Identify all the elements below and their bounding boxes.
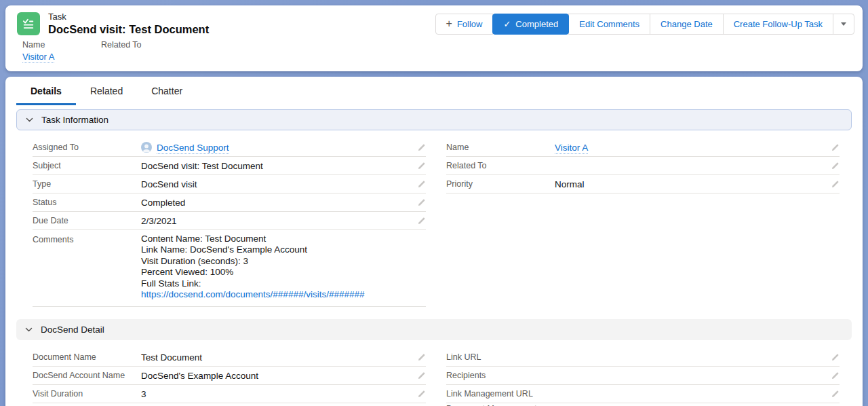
comment-line: Visit Duration (seconds): 3 bbox=[141, 256, 426, 267]
field-row: Assigned ToDocSend Support bbox=[33, 139, 426, 157]
field-value: DocSend's Example Account bbox=[141, 371, 412, 381]
section-header-docsend-detail[interactable]: DocSend Detail bbox=[16, 319, 852, 340]
section-header-task-information[interactable]: Task Information bbox=[16, 109, 852, 130]
highlights-fields: Name Visitor A Related To bbox=[5, 38, 863, 62]
field-label: Name bbox=[22, 40, 101, 50]
field-label: Assigned To bbox=[33, 143, 141, 152]
field-row: TypeDocSend visit bbox=[33, 175, 426, 193]
field-label: Visit Duration bbox=[33, 389, 141, 399]
field-value bbox=[555, 375, 825, 376]
field-row: DocSend Account NameDocSend's Example Ac… bbox=[33, 367, 426, 385]
avatar bbox=[141, 142, 152, 153]
field-label: Related To bbox=[101, 40, 180, 50]
comment-line: Full Stats Link: https://docsend.com/doc… bbox=[141, 278, 426, 301]
field-row: Recipients bbox=[446, 367, 840, 385]
edit-pencil-icon[interactable] bbox=[831, 390, 840, 399]
field-row: Visit Duration3 bbox=[33, 385, 426, 403]
field-row: SubjectDocSend visit: Test Document bbox=[33, 157, 426, 175]
section-title: Task Information bbox=[41, 115, 108, 125]
field-row: Due Date2/3/2021 bbox=[33, 212, 426, 230]
completed-button[interactable]: ✓ Completed bbox=[492, 14, 569, 35]
field-row: Document NameTest Document bbox=[33, 348, 426, 367]
tab-related[interactable]: Related bbox=[76, 78, 137, 105]
edit-pencil-icon[interactable] bbox=[831, 371, 840, 380]
field-label: Comments bbox=[33, 234, 141, 244]
edit-pencil-glyph bbox=[417, 162, 426, 170]
task-icon bbox=[17, 12, 40, 35]
field-label: Recipients bbox=[446, 371, 555, 380]
comment-line: Content Name: Test Document bbox=[141, 234, 426, 244]
field-value bbox=[555, 166, 825, 166]
field-value bbox=[555, 357, 825, 358]
task-icon-glyph bbox=[21, 16, 36, 31]
field-label: Document Name bbox=[33, 352, 141, 362]
edit-pencil-glyph bbox=[417, 390, 426, 399]
field-value: Completed bbox=[141, 198, 412, 208]
tab-chatter[interactable]: Chatter bbox=[137, 78, 197, 105]
edit-pencil-glyph bbox=[417, 198, 426, 207]
name-link[interactable]: Visitor A bbox=[22, 52, 54, 63]
field-label: Due Date bbox=[33, 216, 141, 225]
edit-pencil-icon[interactable] bbox=[417, 162, 426, 170]
follow-button[interactable]: + Follow bbox=[435, 14, 494, 35]
edit-pencil-icon[interactable] bbox=[417, 217, 426, 225]
record-header: Task DocSend visit: Test Document + Foll… bbox=[5, 5, 863, 38]
field-value: 3 bbox=[141, 389, 412, 399]
field-label: Subject bbox=[33, 161, 141, 170]
field-value: DocSend visit bbox=[141, 179, 412, 189]
highlights-name-field: Name Visitor A bbox=[22, 40, 101, 62]
field-value: Normal bbox=[555, 179, 825, 189]
edit-comments-button[interactable]: Edit Comments bbox=[568, 14, 650, 35]
edit-pencil-glyph bbox=[417, 353, 426, 362]
action-button-group: + Follow ✓ Completed Edit Comments Chang… bbox=[435, 14, 854, 35]
change-date-button[interactable]: Change Date bbox=[650, 14, 724, 35]
entity-label: Task bbox=[48, 12, 209, 22]
plus-icon: + bbox=[446, 18, 452, 29]
edit-pencil-glyph bbox=[831, 162, 840, 170]
edit-pencil-icon[interactable] bbox=[417, 180, 426, 189]
edit-pencil-icon[interactable] bbox=[417, 353, 426, 362]
field-label: Name bbox=[446, 143, 555, 152]
edit-pencil-glyph bbox=[831, 371, 840, 380]
create-follow-up-task-button[interactable]: Create Follow-Up Task bbox=[723, 14, 833, 35]
tab-bar: DetailsRelatedChatter bbox=[5, 77, 863, 105]
field-value: Test Document bbox=[141, 352, 412, 363]
edit-pencil-glyph bbox=[417, 143, 426, 152]
field-value: Visitor A bbox=[555, 143, 825, 153]
highlights-related-to-field: Related To bbox=[101, 40, 180, 62]
field-row: NameVisitor A bbox=[446, 139, 840, 157]
edit-pencil-glyph bbox=[417, 217, 426, 225]
edit-pencil-icon[interactable] bbox=[417, 371, 426, 380]
edit-pencil-icon[interactable] bbox=[831, 353, 840, 362]
edit-pencil-icon[interactable] bbox=[417, 390, 426, 399]
tab-details[interactable]: Details bbox=[16, 78, 76, 105]
edit-pencil-glyph bbox=[831, 143, 840, 152]
edit-pencil-icon[interactable] bbox=[417, 143, 426, 152]
full-stats-link[interactable]: https://docsend.com/documents/######/vis… bbox=[141, 289, 364, 299]
edit-pencil-glyph bbox=[831, 353, 840, 362]
field-row: StatusCompleted bbox=[33, 193, 426, 212]
field-label: Link Management URL bbox=[446, 389, 555, 399]
field-label: DocSend Account Name bbox=[33, 371, 141, 380]
chevron-down-icon bbox=[25, 115, 34, 124]
field-value: 2/3/2021 bbox=[141, 216, 412, 226]
edit-pencil-icon[interactable] bbox=[831, 162, 840, 170]
edit-pencil-glyph bbox=[417, 180, 426, 189]
highlights-panel: Task DocSend visit: Test Document + Foll… bbox=[5, 5, 863, 71]
edit-pencil-icon[interactable] bbox=[831, 180, 840, 189]
field-row: Link URL bbox=[446, 348, 840, 367]
task-information-fields: Assigned ToDocSend SupportSubjectDocSend… bbox=[5, 139, 863, 307]
chevron-down-icon bbox=[24, 325, 33, 334]
edit-pencil-icon[interactable] bbox=[831, 143, 840, 152]
edit-pencil-glyph bbox=[831, 390, 840, 399]
record-detail-card: DetailsRelatedChatter Task Information A… bbox=[5, 77, 863, 406]
check-icon: ✓ bbox=[503, 19, 511, 29]
field-value: DocSend Support bbox=[141, 142, 412, 153]
assigned-to-link[interactable]: DocSend Support bbox=[157, 143, 229, 154]
field-label: Related To bbox=[446, 161, 555, 170]
comment-line: Link Name: DocSend's Example Account bbox=[141, 244, 426, 255]
more-actions-button[interactable] bbox=[833, 14, 854, 35]
comment-line: Percent Viewed: 100% bbox=[141, 267, 426, 278]
record-link[interactable]: Visitor A bbox=[555, 143, 588, 154]
edit-pencil-icon[interactable] bbox=[417, 198, 426, 207]
